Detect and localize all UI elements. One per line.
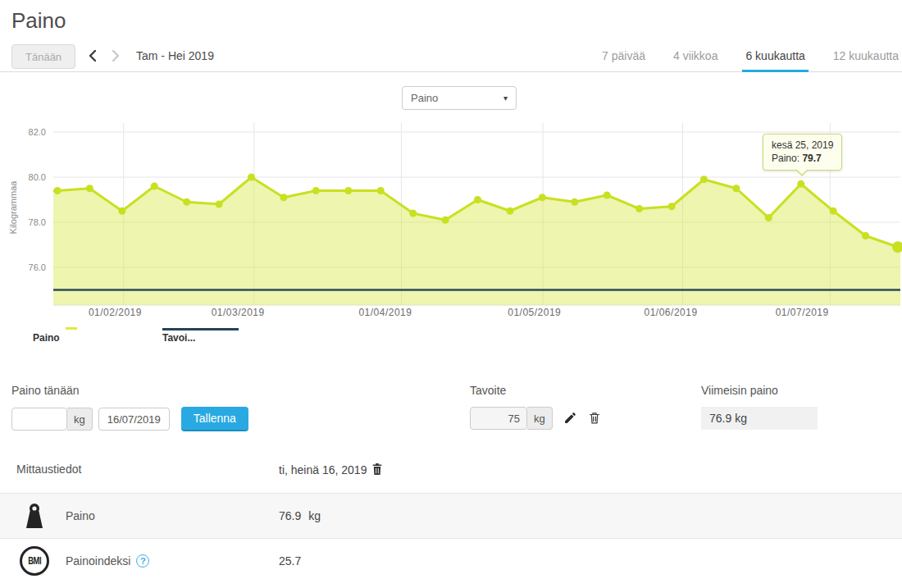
goal-unit-addon: kg [527,407,553,430]
weight-input[interactable] [11,408,67,431]
tavoite-legend-swatch [162,328,239,330]
edit-goal-button[interactable] [563,411,577,426]
tab-4-weeks[interactable]: 4 viikkoa [670,43,721,72]
entry-form: Paino tänään kg Tallenna Tavoite kg Viim… [0,380,902,455]
pencil-icon [563,411,577,425]
range-tabs: 7 päivää 4 viikkoa 6 kuukautta 12 kuukau… [599,43,902,72]
weight-unit-addon: kg [67,408,93,431]
svg-text:01/07/2019: 01/07/2019 [776,307,829,318]
legend-item-paino[interactable]: Paino [33,332,60,344]
measurement-value: 76.9kg [279,509,321,522]
measurement-value: 25.7 [279,554,308,567]
period-nav: Tänään Tam - Hei 2019 7 päivää 4 viikkoa… [0,43,902,72]
today-button[interactable]: Tänään [11,44,75,69]
tab-12-months[interactable]: 12 kuukautta [830,43,902,72]
paino-legend-swatch [66,327,77,330]
next-period-button[interactable] [108,48,121,63]
goal-input[interactable] [470,407,527,430]
chart-tooltip: kesä 25, 2019 Paino: 79.7 [763,134,842,171]
previous-period-button[interactable] [87,48,100,63]
trash-icon [588,411,601,425]
measurement-row-weight: Paino 76.9kg [0,493,902,538]
date-input[interactable] [98,408,170,431]
svg-text:01/03/2019: 01/03/2019 [212,307,265,318]
tab-6-months[interactable]: 6 kuukautta [742,43,808,72]
weight-page: Paino Tänään Tam - Hei 2019 7 päivää 4 v… [0,0,902,588]
chevron-down-icon: ▾ [503,93,508,103]
metric-dropdown-value: Paino [411,92,438,104]
trash-filled-icon [371,463,383,476]
goal-label: Tavoite [470,384,506,397]
measurements-header: Mittaustiedot ti, heinä 16, 2019 [0,456,902,493]
weight-entry-group: kg Tallenna [11,407,248,431]
metric-dropdown[interactable]: Paino ▾ [402,86,517,110]
svg-text:01/04/2019: 01/04/2019 [358,307,412,318]
bmi-icon: BMI [18,546,51,576]
svg-text:01/05/2019: 01/05/2019 [508,307,561,318]
weight-chart: 82.080.078.076.001/02/201901/03/201901/0… [0,119,902,353]
svg-text:76.0: 76.0 [29,262,46,272]
goal-group: kg [470,407,601,430]
measurement-row-bmi: BMI Painoindeksi ? 25.7 [0,538,902,583]
delete-goal-button[interactable] [588,411,601,426]
svg-text:78.0: 78.0 [29,217,46,227]
bmi-help-icon[interactable]: ? [136,554,149,567]
tab-7-days[interactable]: 7 päivää [599,43,649,72]
chevron-right-icon [108,48,121,63]
legend-item-tavoite[interactable]: Tavoi... [162,332,195,344]
page-title: Paino [11,8,66,34]
weight-today-label: Paino tänään [11,384,80,397]
svg-text:82.0: 82.0 [29,127,46,137]
svg-text:Kilogrammaa: Kilogrammaa [8,180,18,235]
svg-text:01/06/2019: 01/06/2019 [645,307,698,318]
chevron-left-icon [87,48,100,63]
chart-legend: Paino Tavoi... [0,324,902,349]
weight-icon [18,502,51,530]
measurements-date: ti, heinä 16, 2019 [279,463,383,477]
measurement-label: Painoindeksi ? [66,554,149,567]
latest-weight-label: Viimeisin paino [701,384,778,397]
svg-text:01/02/2019: 01/02/2019 [89,307,142,318]
period-label: Tam - Hei 2019 [136,49,214,62]
save-button[interactable]: Tallenna [181,407,248,431]
tooltip-value-line: Paino: 79.7 [772,152,833,165]
tooltip-date: kesä 25, 2019 [772,139,833,152]
svg-text:80.0: 80.0 [29,172,46,182]
latest-weight-value: 76.9 kg [701,407,818,430]
measurements-section: Mittaustiedot ti, heinä 16, 2019 Paino 7… [0,456,902,583]
measurements-title: Mittaustiedot [16,463,81,476]
delete-day-button[interactable] [371,463,383,477]
measurement-label: Paino [66,509,95,522]
